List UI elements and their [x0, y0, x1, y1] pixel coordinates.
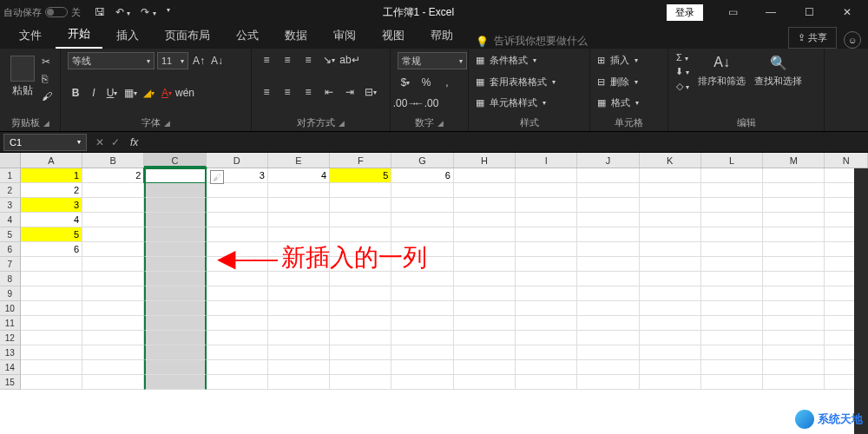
cell-H14[interactable]	[454, 360, 516, 375]
tab-formulas[interactable]: 公式	[224, 23, 271, 49]
cell-H1[interactable]	[454, 168, 516, 183]
number-format-select[interactable]: 常规▾	[398, 52, 467, 69]
row-header-8[interactable]: 8	[0, 272, 21, 286]
cell-H12[interactable]	[454, 331, 516, 345]
cell-K13[interactable]	[640, 345, 701, 360]
clipboard-launcher-icon[interactable]: ◢	[43, 119, 49, 128]
cell-M6[interactable]	[763, 242, 825, 257]
cell-D4[interactable]	[207, 213, 268, 227]
cell-A7[interactable]	[21, 257, 82, 272]
tab-home[interactable]: 开始	[56, 21, 102, 49]
cell-F5[interactable]	[330, 227, 391, 242]
cell-H10[interactable]	[454, 301, 516, 316]
feedback-icon[interactable]: ☺	[844, 31, 861, 49]
cell-G4[interactable]	[391, 213, 453, 227]
align-left-icon[interactable]: ≡	[259, 84, 274, 100]
row-header-13[interactable]: 13	[0, 345, 21, 360]
cell-C3[interactable]	[144, 198, 206, 213]
cell-F9[interactable]	[330, 286, 391, 301]
cell-H4[interactable]	[454, 213, 516, 227]
cell-B6[interactable]	[82, 242, 144, 257]
cell-G15[interactable]	[391, 375, 453, 390]
find-select-button[interactable]: 🔍 查找和选择	[754, 52, 802, 88]
cell-A13[interactable]	[21, 345, 82, 360]
cell-K11[interactable]	[640, 316, 701, 331]
cell-E11[interactable]	[268, 316, 330, 331]
cell-H13[interactable]	[454, 345, 516, 360]
cell-F13[interactable]	[330, 345, 391, 360]
tab-view[interactable]: 视图	[370, 23, 417, 49]
cell-M10[interactable]	[763, 301, 825, 316]
cell-J10[interactable]	[577, 301, 639, 316]
cell-H7[interactable]	[454, 257, 516, 272]
cell-D10[interactable]	[207, 301, 268, 316]
cell-I2[interactable]	[516, 183, 577, 198]
tab-pagelayout[interactable]: 页面布局	[153, 23, 222, 49]
currency-icon[interactable]: $▾	[398, 75, 413, 90]
autosave-toggle[interactable]: 自动保存 关	[3, 6, 81, 19]
row-header-2[interactable]: 2	[0, 183, 21, 198]
cell-F1[interactable]: 5	[330, 168, 391, 183]
cell-D12[interactable]	[207, 331, 268, 345]
conditional-format-button[interactable]: ▦条件格式▾	[476, 52, 582, 69]
cell-D2[interactable]	[207, 183, 268, 198]
cell-K1[interactable]	[640, 168, 701, 183]
cell-I11[interactable]	[516, 316, 577, 331]
cell-F14[interactable]	[330, 360, 391, 375]
cancel-formula-icon[interactable]: ✕	[95, 136, 104, 148]
tab-help[interactable]: 帮助	[418, 23, 465, 49]
cell-F10[interactable]	[330, 301, 391, 316]
cell-I14[interactable]	[516, 360, 577, 375]
cell-A8[interactable]	[21, 272, 82, 286]
cell-E14[interactable]	[268, 360, 330, 375]
cell-A6[interactable]: 6	[21, 242, 82, 257]
cell-A2[interactable]: 2	[21, 183, 82, 198]
cell-J1[interactable]	[577, 168, 639, 183]
cell-C14[interactable]	[144, 360, 206, 375]
cell-E1[interactable]: 4	[268, 168, 330, 183]
number-launcher-icon[interactable]: ◢	[437, 119, 444, 128]
cell-I9[interactable]	[516, 286, 577, 301]
insert-cells-button[interactable]: ⊞插入▾	[597, 52, 661, 69]
cell-F15[interactable]	[330, 375, 391, 390]
cell-G5[interactable]	[391, 227, 453, 242]
cell-G3[interactable]	[391, 198, 453, 213]
cell-M12[interactable]	[763, 331, 825, 345]
decrease-decimal-icon[interactable]: ←.00	[418, 95, 434, 111]
paste-button[interactable]: 粘贴	[7, 52, 38, 102]
increase-font-icon[interactable]: A↑	[191, 53, 207, 69]
name-box[interactable]: C1▾	[3, 134, 87, 151]
enter-formula-icon[interactable]: ✓	[111, 136, 120, 148]
tab-insert[interactable]: 插入	[104, 23, 151, 49]
cell-I15[interactable]	[516, 375, 577, 390]
maximize-icon[interactable]: ☐	[792, 1, 826, 23]
col-header-A[interactable]: A	[21, 153, 82, 168]
italic-icon[interactable]: I	[86, 85, 102, 101]
col-header-D[interactable]: D	[207, 153, 268, 168]
cell-I1[interactable]	[516, 168, 577, 183]
align-right-icon[interactable]: ≡	[300, 84, 316, 100]
cell-L2[interactable]	[701, 183, 763, 198]
align-center-icon[interactable]: ≡	[279, 84, 295, 100]
cell-A12[interactable]	[21, 331, 82, 345]
cell-L12[interactable]	[701, 331, 763, 345]
col-header-E[interactable]: E	[268, 153, 330, 168]
cell-M11[interactable]	[763, 316, 825, 331]
cut-icon[interactable]: ✂	[42, 56, 52, 68]
cell-B8[interactable]	[82, 272, 144, 286]
cell-L15[interactable]	[701, 375, 763, 390]
cell-E4[interactable]	[268, 213, 330, 227]
format-cells-button[interactable]: ▦格式▾	[597, 95, 661, 111]
cell-I6[interactable]	[516, 242, 577, 257]
cell-D3[interactable]	[207, 198, 268, 213]
cell-B11[interactable]	[82, 316, 144, 331]
undo-icon[interactable]: ↶ ▾	[115, 6, 130, 18]
cell-E15[interactable]	[268, 375, 330, 390]
insert-options-icon[interactable]: 🖌	[210, 170, 224, 184]
delete-cells-button[interactable]: ⊟删除▾	[597, 74, 661, 90]
cell-A5[interactable]: 5	[21, 227, 82, 242]
cell-G2[interactable]	[391, 183, 453, 198]
cell-J9[interactable]	[577, 286, 639, 301]
cell-M1[interactable]	[763, 168, 825, 183]
cell-A1[interactable]: 1	[21, 168, 82, 183]
